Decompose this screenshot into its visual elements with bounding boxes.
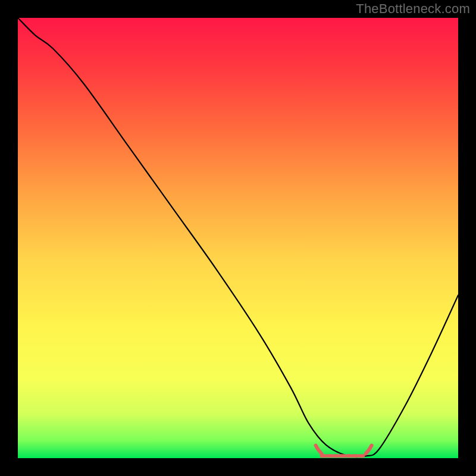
chart-svg [0,0,476,476]
chart-container: TheBottleneck.com [0,0,476,476]
